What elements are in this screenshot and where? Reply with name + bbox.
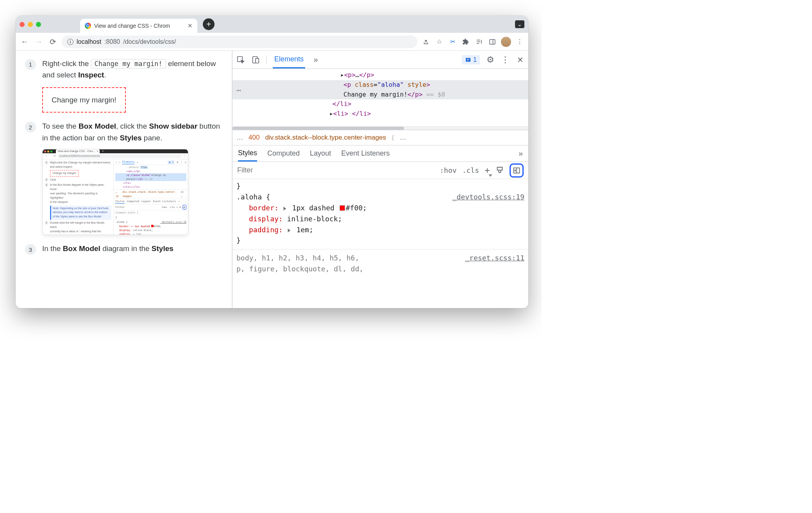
more-tabs-button[interactable]: » bbox=[311, 56, 320, 64]
tabs-overflow-button[interactable]: ⌄ bbox=[515, 20, 524, 28]
profile-avatar[interactable] bbox=[501, 37, 511, 47]
reading-list-icon[interactable] bbox=[474, 37, 484, 47]
shot-text: over padding. The element's padding is h… bbox=[50, 192, 98, 199]
shot-crumb: … )0 bbox=[115, 190, 121, 198]
subtab-event-listeners[interactable]: Event Listeners bbox=[341, 149, 390, 158]
svg-rect-4 bbox=[256, 58, 259, 63]
styles-rules[interactable]: } .aloha { _devtools.scss:19 border: 1px… bbox=[233, 179, 528, 308]
shot-note: window, you may need to scroll to the bo… bbox=[53, 211, 107, 213]
zoom-window-button[interactable] bbox=[36, 22, 41, 27]
tab-strip: View and change CSS - Chrom ✕ + ⌄ bbox=[16, 16, 528, 33]
close-tab-button[interactable]: ✕ bbox=[188, 22, 193, 29]
subtab-computed[interactable]: Computed bbox=[267, 149, 300, 158]
crumb-item[interactable]: 400 bbox=[249, 134, 259, 142]
device-toggle-button[interactable] bbox=[251, 56, 260, 64]
close-devtools-button[interactable]: ✕ bbox=[516, 56, 524, 64]
site-info-icon[interactable]: i bbox=[67, 39, 73, 45]
color-swatch[interactable] bbox=[340, 205, 345, 211]
cls-toggle[interactable]: .cls bbox=[462, 166, 479, 174]
css-property[interactable]: display: bbox=[249, 215, 283, 223]
shot-demo: Change my margin! bbox=[50, 170, 79, 177]
step-number: 2 bbox=[25, 122, 36, 133]
rule-source-link[interactable]: _devtools.scss:19 bbox=[453, 192, 524, 203]
devtools-menu-button[interactable]: ⋮ bbox=[501, 56, 510, 64]
dom-text: Change my margin! bbox=[343, 91, 408, 98]
demo-element[interactable]: Change my margin! bbox=[42, 87, 126, 113]
hov-toggle[interactable]: :hov bbox=[440, 166, 456, 174]
step-number: 3 bbox=[25, 244, 36, 255]
shot-text: Click bbox=[50, 178, 56, 182]
chrome-menu-button[interactable]: ⋮ bbox=[515, 37, 524, 47]
tab-title: View and change CSS - Chrom bbox=[94, 23, 170, 29]
back-button[interactable]: ← bbox=[20, 37, 30, 47]
css-value[interactable]: #f00; bbox=[346, 204, 367, 212]
css-property[interactable]: border: bbox=[249, 204, 279, 212]
issues-chip[interactable]: 1 bbox=[462, 55, 480, 65]
rule-selector[interactable]: p, figure, blockquote, dl, dd, bbox=[236, 265, 363, 273]
dom-breadcrumbs[interactable]: … 400 div.stack.stack--block.type.center… bbox=[233, 130, 528, 145]
crumb-item[interactable]: div.stack.stack--block.type.center-image… bbox=[265, 134, 386, 142]
dom-attr: class bbox=[355, 81, 374, 88]
shot-text: and select Inspect. bbox=[50, 165, 73, 168]
shot-note: of the Styles pane to see the Box Model. bbox=[53, 215, 102, 218]
inspect-element-button[interactable] bbox=[236, 56, 245, 64]
shot-dom: margin! bbox=[126, 178, 137, 181]
new-tab-button[interactable]: + bbox=[203, 18, 215, 30]
expand-shorthand-icon[interactable] bbox=[283, 206, 286, 210]
shot-dom: </li> bbox=[115, 181, 186, 185]
svg-rect-5 bbox=[466, 58, 470, 61]
new-style-rule-button[interactable]: + bbox=[485, 165, 490, 176]
bookmark-button[interactable]: ☆ bbox=[435, 37, 444, 47]
side-panel-icon[interactable] bbox=[488, 37, 497, 47]
subtab-layout[interactable]: Layout bbox=[310, 149, 331, 158]
address-bar[interactable]: i localhost:8080/docs/devtools/css/ bbox=[62, 36, 417, 48]
shot-val: #f00; bbox=[154, 225, 161, 228]
show-sidebar-button[interactable] bbox=[510, 163, 524, 178]
rule-selector[interactable]: body, h1, h2, h3, h4, h5, h6, bbox=[236, 254, 359, 262]
paint-brush-icon[interactable] bbox=[495, 166, 504, 175]
styles-filter-input[interactable] bbox=[237, 166, 434, 174]
styles-filter-bar: :hov .cls + bbox=[233, 162, 528, 179]
minimize-window-button[interactable] bbox=[28, 22, 33, 27]
forward-button[interactable]: → bbox=[34, 37, 44, 47]
step-strong: Box Model bbox=[79, 122, 116, 130]
step-text: , click the bbox=[116, 122, 149, 130]
dom-tree[interactable]: ⋯ ▸<p>…</p> <p class="aloha" style> Chan… bbox=[233, 69, 528, 130]
shot-cls: .cls bbox=[169, 205, 175, 209]
shot-dom: ▸<li>…</li> bbox=[115, 185, 186, 189]
shot-subtab: Event Listeners bbox=[153, 199, 176, 204]
settings-button[interactable]: ⚙ bbox=[486, 56, 495, 64]
close-window-button[interactable] bbox=[20, 22, 25, 27]
expand-shorthand-icon[interactable] bbox=[288, 228, 290, 232]
reload-button[interactable]: ⟳ bbox=[48, 37, 58, 47]
shot-dom: flow bbox=[140, 166, 148, 169]
tab-elements[interactable]: Elements bbox=[273, 51, 305, 68]
step-text: pane. bbox=[142, 134, 163, 142]
more-subtabs-button[interactable]: » bbox=[519, 149, 523, 158]
dom-selected-row[interactable]: <p class="aloha" style> bbox=[233, 80, 528, 90]
scissors-icon[interactable]: ✂ bbox=[448, 37, 457, 47]
url-path: /docs/devtools/css/ bbox=[123, 38, 176, 45]
scrollbar-thumb[interactable] bbox=[233, 127, 404, 130]
shot-url: localhost:8080/docs/devtools/css/ bbox=[57, 154, 181, 158]
crumb-ellipsis[interactable]: … bbox=[236, 134, 243, 142]
extensions-button[interactable] bbox=[461, 37, 470, 47]
css-property[interactable]: padding: bbox=[249, 226, 283, 234]
shot-crumb: ol … bbox=[181, 190, 186, 198]
css-value[interactable]: 1em; bbox=[296, 226, 313, 234]
css-value[interactable]: inline-block; bbox=[283, 215, 342, 223]
chrome-favicon bbox=[85, 23, 91, 29]
step-number: 1 bbox=[25, 59, 36, 70]
rule-source-link[interactable]: _reset.scss:11 bbox=[465, 253, 524, 264]
dom-scrollbar[interactable] bbox=[233, 126, 528, 130]
dom-attr: style bbox=[408, 81, 426, 88]
css-value[interactable]: 1px dashed bbox=[292, 204, 339, 212]
rule-selector[interactable]: .aloha { bbox=[236, 193, 270, 201]
dom-ellipsis[interactable]: ⋯ bbox=[236, 84, 242, 97]
content-area: 1 Right-click the Change my margin! elem… bbox=[16, 51, 528, 308]
crumb-ellipsis[interactable]: … bbox=[400, 134, 406, 142]
share-button[interactable] bbox=[421, 37, 431, 47]
shot-subtab: Layout bbox=[141, 199, 150, 204]
subtab-styles[interactable]: Styles bbox=[238, 149, 257, 161]
browser-tab[interactable]: View and change CSS - Chrom ✕ bbox=[80, 19, 197, 33]
